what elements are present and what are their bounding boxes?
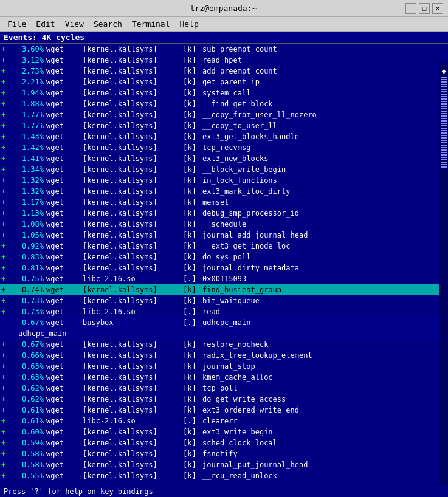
scroll-tick <box>441 125 447 126</box>
scroll-tick <box>441 79 447 80</box>
scroll-tick <box>441 145 447 146</box>
table-row[interactable]: +0.81%wget[kernel.kallsyms][k]journal_di… <box>0 262 448 273</box>
menu-bar: FileEditViewSearchTerminalHelp <box>0 17 448 32</box>
terminal-wrapper: Events: 4K cycles +3.60%wget[kernel.kall… <box>0 32 448 497</box>
table-row[interactable]: +2.73%wget[kernel.kallsyms][k]add_preemp… <box>0 66 448 77</box>
scroll-tick <box>441 86 447 87</box>
scroll-tick <box>441 128 447 129</box>
scroll-diamond: ◆ <box>441 67 446 75</box>
separator-row: -0.67%wgetbusybox[.]udhcpc_main <box>0 317 448 328</box>
table-row[interactable]: +0.83%wget[kernel.kallsyms][k]do_sys_pol… <box>0 252 448 262</box>
scroll-tick <box>441 123 447 124</box>
table-row[interactable]: +1.43%wget[kernel.kallsyms][k]ext3_get_b… <box>0 131 448 142</box>
data-rows: +3.60%wget[kernel.kallsyms][k]sub_preemp… <box>0 44 448 485</box>
scroll-tick <box>441 147 447 148</box>
events-header: Events: 4K cycles <box>0 32 448 44</box>
menu-item-edit[interactable]: Edit <box>31 18 60 30</box>
table-row[interactable]: +0.60%wget[kernel.kallsyms][k]ext3_write… <box>0 427 448 437</box>
table-row[interactable]: +0.62%wget[kernel.kallsyms][k]do_get_wri… <box>0 394 448 405</box>
separator-label: udhcpc_main <box>0 328 448 339</box>
table-row[interactable]: +1.94%wget[kernel.kallsyms][k]system_cal… <box>0 87 448 98</box>
scroll-tick <box>441 108 447 109</box>
table-row[interactable]: +1.77%wget[kernel.kallsyms][k]__copy_to_… <box>0 120 448 131</box>
table-row[interactable]: +0.73%wget[kernel.kallsyms][k]bit_waitqu… <box>0 295 448 306</box>
menu-item-terminal[interactable]: Terminal <box>127 18 175 30</box>
scroll-tick <box>441 94 447 95</box>
scroll-tick <box>441 130 447 131</box>
window-title: trz@empanada:~ <box>41 4 405 13</box>
scroll-tick <box>441 142 447 143</box>
menu-item-search[interactable]: Search <box>89 18 127 30</box>
table-row[interactable]: +0.66%wget[kernel.kallsyms][k]radix_tree… <box>0 350 448 361</box>
menu-item-file[interactable]: File <box>2 18 31 30</box>
table-row[interactable]: +3.60%wget[kernel.kallsyms][k]sub_preemp… <box>0 44 448 55</box>
scrollbar[interactable]: ◆ <box>439 63 448 485</box>
status-bar: Press '?' for help on key bindings <box>0 485 448 497</box>
scroll-tick <box>441 149 447 151</box>
scroll-tick <box>441 106 447 107</box>
scroll-tick <box>441 98 447 100</box>
table-row[interactable]: +1.13%wget[kernel.kallsyms][k]debug_smp_… <box>0 208 448 219</box>
table-row[interactable]: +1.08%wget[kernel.kallsyms][k]__schedule <box>0 219 448 230</box>
close-button[interactable]: ✕ <box>432 3 443 14</box>
window-controls[interactable]: _ □ ✕ <box>405 3 443 14</box>
scroll-tick <box>441 118 447 119</box>
table-row[interactable]: +1.05%wget[kernel.kallsyms][k]journal_ad… <box>0 230 448 241</box>
table-row[interactable]: +0.61%wgetlibc-2.16.so[.]clearerr <box>0 416 448 427</box>
table-row[interactable]: +0.92%wget[kernel.kallsyms][k]__ext3_get… <box>0 241 448 252</box>
table-row[interactable]: +0.58%wget[kernel.kallsyms][k]journal_pu… <box>0 459 448 470</box>
scroll-tick <box>441 111 447 112</box>
table-row[interactable]: +0.73%wgetlibc-2.16.so[.]read <box>0 306 448 317</box>
table-row[interactable]: +3.12%wget[kernel.kallsyms][k]read_hpet <box>0 55 448 66</box>
scroll-tick <box>441 120 447 122</box>
maximize-button[interactable]: □ <box>419 3 430 14</box>
scroll-tick <box>441 115 447 117</box>
table-row[interactable]: +0.62%wget[kernel.kallsyms][k]tcp_poll <box>0 383 448 394</box>
table-row[interactable]: +0.59%wget[kernel.kallsyms][k]sched_cloc… <box>0 437 448 448</box>
scroll-tick <box>441 77 447 78</box>
menu-item-view[interactable]: View <box>60 18 89 30</box>
menu-item-help[interactable]: Help <box>175 18 204 30</box>
table-row[interactable]: +0.55%wget[kernel.kallsyms][k]__rcu_read… <box>0 470 448 481</box>
scroll-tick <box>441 157 447 158</box>
table-row[interactable]: +0.58%wget[kernel.kallsyms][k]fsnotify <box>0 448 448 459</box>
scroll-tick <box>441 113 447 114</box>
scroll-tick <box>441 137 447 139</box>
scroll-tick <box>441 162 447 163</box>
table-row[interactable]: +0.61%wget[kernel.kallsyms][k]ext3_order… <box>0 405 448 416</box>
scroll-tick <box>441 103 447 105</box>
table-row[interactable]: +0.63%wget[kernel.kallsyms][k]journal_st… <box>0 361 448 372</box>
table-row[interactable]: +1.88%wget[kernel.kallsyms][k]__find_get… <box>0 98 448 109</box>
table-row[interactable]: +2.21%wget[kernel.kallsyms][k]get_parent… <box>0 77 448 87</box>
scroll-tick <box>441 135 447 136</box>
table-row[interactable]: +1.17%wget[kernel.kallsyms][k]memset <box>0 197 448 208</box>
scroll-tick <box>441 152 447 153</box>
scroll-tick <box>441 81 447 83</box>
scroll-tick <box>441 166 447 168</box>
table-row[interactable]: +0.67%wget[kernel.kallsyms][k]restore_no… <box>0 339 448 350</box>
scroll-tick <box>441 96 447 97</box>
scroll-tick <box>441 159 447 160</box>
table-row[interactable]: +1.77%wget[kernel.kallsyms][k]__copy_fro… <box>0 109 448 120</box>
scroll-tick <box>441 132 447 134</box>
scroll-tick <box>441 84 447 85</box>
table-row[interactable]: +0.74%wget[kernel.kallsyms][k]find_busie… <box>0 284 448 295</box>
table-row[interactable]: +1.32%wget[kernel.kallsyms][k]in_lock_fu… <box>0 175 448 186</box>
table-row[interactable]: +1.34%wget[kernel.kallsyms][k]__block_wr… <box>0 164 448 175</box>
table-row[interactable]: +1.41%wget[kernel.kallsyms][k]ext3_new_b… <box>0 153 448 164</box>
table-row[interactable]: +0.63%wget[kernel.kallsyms][k]kmem_cache… <box>0 372 448 383</box>
title-bar: trz@empanada:~ _ □ ✕ <box>0 0 448 17</box>
scroll-tick <box>441 164 447 165</box>
minimize-button[interactable]: _ <box>405 3 416 14</box>
scroll-tick <box>441 101 447 102</box>
table-row[interactable]: +1.32%wget[kernel.kallsyms][k]ext3_mark_… <box>0 186 448 197</box>
scroll-tick <box>441 154 447 156</box>
scroll-tick <box>441 91 447 92</box>
scroll-tick <box>441 140 447 141</box>
scroll-tick <box>441 89 447 90</box>
table-row[interactable]: +1.42%wget[kernel.kallsyms][k]tcp_recvms… <box>0 142 448 153</box>
table-row[interactable]: +0.75%wgetlibc-2.16.so[.]0x00115093 <box>0 273 448 284</box>
